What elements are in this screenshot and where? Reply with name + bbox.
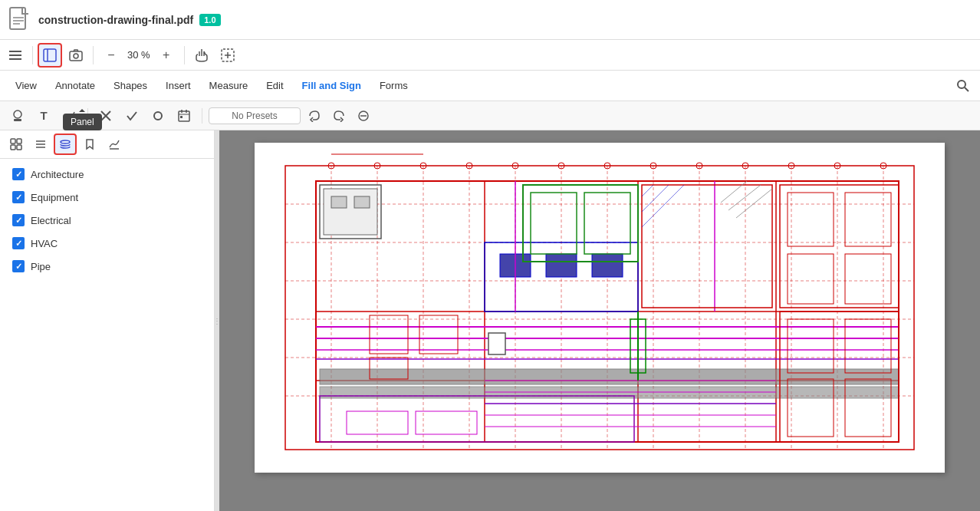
tb2-sep2: [202, 108, 202, 124]
svg-rect-25: [180, 116, 183, 118]
svg-rect-28: [11, 139, 15, 143]
svg-rect-7: [44, 49, 56, 61]
checkbox-pipe[interactable]: [12, 260, 25, 272]
menu-measure[interactable]: Measure: [200, 75, 258, 96]
svg-rect-90: [324, 189, 377, 235]
file-icon: [8, 6, 32, 34]
text-button[interactable]: T: [32, 105, 55, 127]
menu-insert[interactable]: Insert: [156, 75, 200, 96]
menu-fill-sign[interactable]: Fill and Sign: [293, 75, 370, 96]
search-button[interactable]: [952, 75, 974, 97]
svg-point-14: [958, 81, 965, 88]
svg-rect-82: [592, 254, 623, 277]
menu-shapes[interactable]: Shapes: [104, 75, 156, 96]
separator1: [32, 46, 33, 64]
layer-architecture-label: Architecture: [31, 169, 84, 180]
layer-architecture[interactable]: Architecture: [12, 168, 202, 180]
filename: construction-drawing-final.pdf: [38, 14, 193, 26]
tb2-sep1: [87, 108, 88, 124]
menubar: View Annotate Shapes Insert Measure Edit…: [0, 71, 980, 101]
menu-view[interactable]: View: [6, 75, 46, 96]
svg-point-20: [154, 112, 162, 120]
checkbox-hvac[interactable]: [12, 237, 25, 249]
main-area: Architecture Equipment Electrical HVAC P…: [0, 130, 980, 511]
sign-button[interactable]: [58, 105, 81, 127]
zoom-control: − 30 % +: [98, 45, 179, 65]
checkbox-architecture[interactable]: [12, 168, 25, 180]
no-presets-dropdown[interactable]: No Presets: [209, 107, 301, 124]
hand-tool-button[interactable]: [189, 43, 214, 68]
check-button[interactable]: [120, 105, 143, 127]
svg-line-15: [965, 87, 968, 91]
redo-button[interactable]: [328, 105, 350, 127]
svg-rect-30: [11, 145, 15, 150]
top-bar: construction-drawing-final.pdf 1.0: [0, 0, 980, 40]
layer-electrical[interactable]: Electrical: [12, 214, 202, 226]
separator3: [184, 46, 185, 64]
sidebar-tabs: [0, 130, 214, 159]
select-tool-button[interactable]: [215, 43, 240, 68]
svg-rect-29: [17, 139, 21, 143]
svg-point-16: [14, 110, 21, 118]
panel-button[interactable]: [38, 43, 62, 68]
sidebar: Architecture Equipment Electrical HVAC P…: [0, 130, 215, 511]
svg-rect-31: [17, 145, 21, 150]
svg-rect-123: [488, 333, 505, 354]
sidebar-tab-sign[interactable]: [103, 134, 126, 155]
sidebar-tab-bookmarks[interactable]: [78, 134, 101, 155]
cross-button[interactable]: [94, 105, 117, 127]
svg-rect-17: [14, 119, 21, 121]
zoom-in-button[interactable]: +: [156, 45, 176, 65]
svg-rect-9: [70, 51, 82, 61]
pdf-viewer[interactable]: [219, 130, 980, 511]
sidebar-tab-layers[interactable]: [54, 134, 77, 155]
svg-rect-81: [546, 254, 577, 277]
separator2: [93, 46, 94, 64]
toolbar2-fill-sign: T No Presets: [0, 101, 980, 130]
pdf-page: [255, 143, 945, 473]
date-button[interactable]: [173, 105, 196, 127]
snapshot-button[interactable]: [64, 43, 88, 68]
layer-equipment-label: Equipment: [31, 192, 78, 203]
menu-edit[interactable]: Edit: [257, 75, 292, 96]
svg-point-10: [74, 54, 78, 58]
layer-equipment[interactable]: Equipment: [12, 191, 202, 203]
layer-electrical-label: Electrical: [31, 215, 71, 226]
sidebar-tab-thumbnails[interactable]: [5, 134, 28, 155]
zoom-label[interactable]: 30 %: [123, 46, 155, 64]
hamburger-button[interactable]: [3, 43, 28, 68]
undo-button[interactable]: [304, 105, 325, 127]
svg-rect-92: [354, 196, 370, 208]
menu-forms[interactable]: Forms: [370, 75, 417, 96]
toolbar1: − 30 % +: [0, 40, 980, 71]
clear-button[interactable]: [353, 105, 374, 127]
svg-point-35: [61, 140, 70, 143]
zoom-out-button[interactable]: −: [101, 45, 121, 65]
text-icon: T: [40, 109, 47, 122]
layer-pipe-label: Pipe: [31, 261, 51, 272]
svg-rect-77: [320, 369, 899, 384]
svg-rect-91: [331, 196, 347, 208]
layer-hvac[interactable]: HVAC: [12, 237, 202, 249]
circle-button[interactable]: [146, 105, 169, 127]
version-badge: 1.0: [199, 14, 220, 26]
stamp-button[interactable]: [6, 105, 29, 127]
sidebar-layers-content: Architecture Equipment Electrical HVAC P…: [0, 159, 214, 511]
checkbox-electrical[interactable]: [12, 214, 25, 226]
menu-annotate[interactable]: Annotate: [46, 75, 104, 96]
checkbox-equipment[interactable]: [12, 191, 25, 203]
layer-hvac-label: HVAC: [31, 238, 58, 249]
layer-pipe[interactable]: Pipe: [12, 260, 202, 272]
sidebar-tab-outline[interactable]: [29, 134, 52, 155]
